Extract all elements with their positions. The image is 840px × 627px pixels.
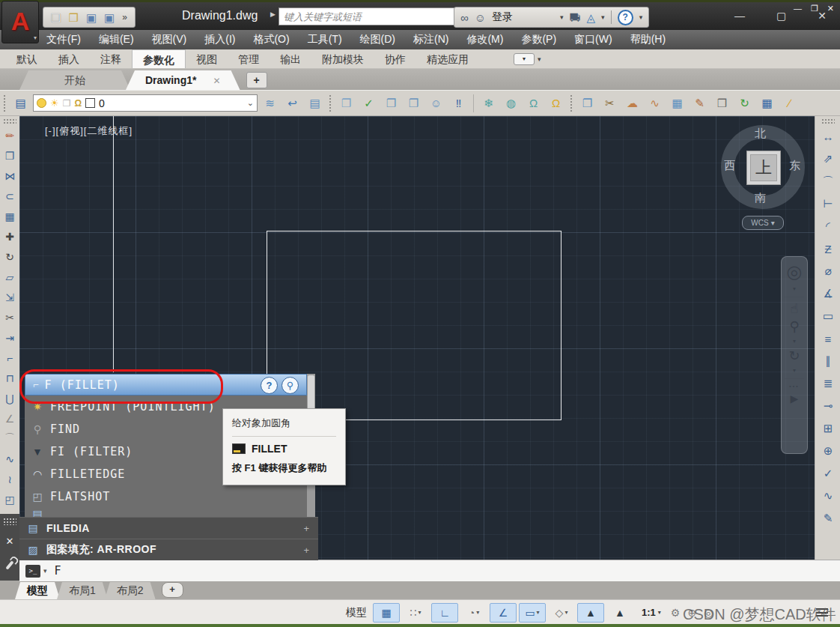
object-snap-tracking-toggle[interactable]: ∠ [490, 603, 517, 623]
explode-icon[interactable]: ◰ [1, 489, 19, 509]
table-icon[interactable]: ▦ [757, 93, 777, 113]
ribbon-tab-view[interactable]: 视图 [186, 49, 228, 68]
trim-icon[interactable]: ✂ [1, 307, 19, 327]
layer-unisolate-icon[interactable]: ❐ [404, 93, 424, 113]
minimize-button[interactable]: — [734, 8, 745, 23]
doc-minimize-button[interactable]: — [794, 4, 802, 13]
object-snap-3d-toggle[interactable]: ◇ ▾ [548, 603, 575, 623]
snap-toggle[interactable]: ∷ ▾ [402, 603, 429, 623]
angular-dimension-icon[interactable]: ∡ [819, 282, 837, 305]
toolbar-grip[interactable] [570, 94, 573, 112]
menu-item[interactable]: 插入(I) [204, 33, 235, 46]
viewcube-south[interactable]: 南 [755, 191, 766, 205]
menu-item[interactable]: 工具(T) [308, 33, 342, 46]
extend-icon[interactable]: ⇥ [1, 327, 19, 348]
layer-previous-icon[interactable]: ↩ [282, 93, 302, 113]
expand-plus-icon[interactable]: + [303, 545, 309, 556]
break-icon[interactable]: ⊓ [1, 368, 19, 388]
break-at-point-icon[interactable]: ⌐ [1, 348, 19, 368]
dimension-edit-icon[interactable]: ✎ [819, 507, 837, 530]
revcloud-icon[interactable]: ☁ [622, 93, 642, 113]
edit-spline-icon[interactable]: ≀ [1, 469, 19, 489]
chevron-down-icon[interactable]: ▾ [560, 13, 564, 21]
steering-wheel-icon[interactable]: ◎ [787, 263, 803, 281]
blend-curves-icon[interactable]: ∿ [1, 449, 19, 469]
diameter-dimension-icon[interactable]: ⌀ [819, 260, 837, 282]
command-input-value[interactable]: F [55, 564, 61, 578]
autocomplete-selected-row[interactable]: ⌐ F (FILLET) ? ⚲ [25, 374, 307, 396]
dimension-break-icon[interactable]: ⊸ [819, 395, 837, 417]
edit-array-icon[interactable]: ▦ [667, 93, 687, 113]
search-binoculars-icon[interactable]: ∞ [460, 12, 469, 23]
layer-states-icon[interactable]: ▤ [305, 93, 325, 113]
ortho-toggle[interactable]: ∟ [431, 603, 458, 623]
annotation-scale-control[interactable]: 1:1 ▾ [642, 607, 661, 618]
layout-tab-model[interactable]: 模型 [15, 582, 60, 599]
recent-item-filedia[interactable]: ▤ FILEDIA + [19, 517, 318, 539]
polar-tracking-toggle[interactable]: ◔ ▾ [460, 603, 487, 623]
ribbon-tab-annotate[interactable]: 注释 [90, 49, 132, 68]
menu-item[interactable]: 标注(N) [413, 33, 448, 46]
viewcube-east[interactable]: 东 [789, 159, 800, 173]
signin-button[interactable]: 登录 [492, 10, 513, 24]
ribbon-tab-parametric[interactable]: 参数化 [132, 49, 186, 68]
chevron-down-icon[interactable]: ⌄ [247, 98, 254, 108]
arc-length-dimension-icon[interactable]: ⌒ [819, 170, 837, 193]
tolerance-icon[interactable]: ⊞ [819, 417, 837, 440]
doc-restore-button[interactable]: ❐ [811, 4, 818, 13]
more-commands-icon[interactable]: » [122, 13, 127, 22]
join-icon[interactable]: ⋃ [1, 388, 19, 408]
menu-item[interactable]: 帮助(H) [630, 33, 666, 46]
menu-item[interactable]: 绘图(D) [360, 33, 395, 46]
zoom-icon[interactable]: ⚲ [789, 320, 799, 333]
inspect-dimension-icon[interactable]: ✓ [819, 462, 837, 485]
show-motion-icon[interactable]: ▶ [791, 393, 799, 404]
chamfer-icon[interactable]: ∠ [1, 408, 19, 428]
layer-isolate-icon[interactable]: ❐ [381, 93, 401, 113]
scale-icon[interactable]: ▱ [1, 267, 19, 287]
orbit-icon[interactable]: ↻ [788, 349, 800, 363]
fillet-icon[interactable]: ⌒ [1, 428, 19, 449]
chevron-down-icon[interactable]: ▾ [793, 338, 796, 345]
maximize-button[interactable]: ▢ [776, 8, 786, 23]
match-layer-icon[interactable]: ≋ [260, 93, 280, 113]
close-icon[interactable]: ✕ [6, 536, 14, 547]
viewport-controls-label[interactable]: [-][俯视][二维线框] [45, 124, 133, 138]
menu-item[interactable]: 编辑(E) [99, 33, 134, 46]
chevron-down-icon[interactable]: ▾ [639, 13, 643, 21]
object-snap-toggle[interactable]: ▭ ▾ [519, 603, 546, 623]
close-icon[interactable]: ✕ [213, 76, 220, 86]
grid-toggle[interactable]: ▦ [373, 603, 400, 623]
layer-select-combo[interactable]: ☀ ❐ Ω 0 ⌄ [33, 94, 258, 112]
chevron-down-icon[interactable]: ▾ [43, 567, 47, 575]
edit-polyline-icon[interactable]: ∿ [645, 93, 665, 113]
app-menu-button[interactable]: A ▾ [1, 1, 39, 43]
menu-item[interactable]: 格式(O) [253, 33, 289, 46]
array-icon[interactable]: ▦ [1, 206, 19, 226]
app-store-cart-icon[interactable]: ⛟ [570, 12, 581, 23]
ribbon-tab-insert[interactable]: 插入 [48, 49, 90, 68]
purge-broom-icon[interactable]: ∕ [779, 93, 800, 113]
auto-annotation-scale-toggle[interactable]: ▲ [606, 603, 633, 623]
new-file-icon[interactable]: ❏ [51, 12, 61, 23]
open-file-icon[interactable]: ❒ [68, 12, 78, 23]
ribbon-collapse-control[interactable]: ▼ ▾ [514, 49, 541, 68]
chevron-down-icon[interactable]: ▾ [793, 367, 796, 374]
toolbar-grip[interactable] [329, 94, 332, 112]
save-icon[interactable]: ▣ [86, 12, 97, 23]
clip-icon[interactable]: ✂ [600, 93, 620, 113]
layer-unlock-icon[interactable]: Ω [546, 93, 566, 113]
autocomplete-item-clipped[interactable]: ▤ [25, 508, 307, 517]
jogged-linear-icon[interactable]: ∿ [819, 485, 837, 507]
ribbon-tab-collaborate[interactable]: 协作 [374, 49, 416, 68]
chevron-down-icon[interactable]: ▾ [601, 13, 605, 21]
layer-make-current-icon[interactable]: ☺ [426, 93, 446, 113]
recent-item-hatch[interactable]: ▨ 图案填充: AR-RROOF + [19, 539, 318, 560]
layer-freeze-icon[interactable]: ❄ [478, 93, 499, 113]
toolbar-grip[interactable] [3, 94, 7, 112]
layer-off-icon[interactable]: ❐ [336, 93, 356, 113]
mirror-icon[interactable]: ⋈ [1, 166, 19, 186]
toolbar-grip[interactable] [821, 118, 835, 124]
linear-dimension-icon[interactable]: ↔ [819, 125, 837, 148]
stretch-icon[interactable]: ⇲ [1, 287, 19, 307]
